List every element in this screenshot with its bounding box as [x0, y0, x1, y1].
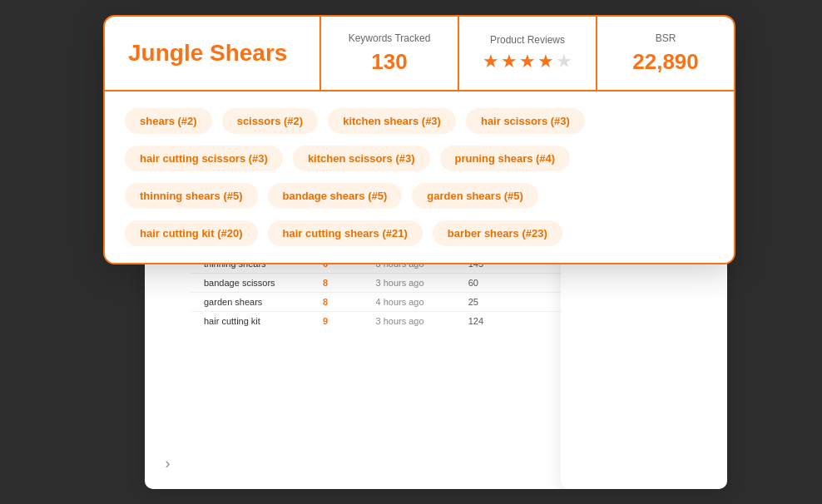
keyword-cell: garden shears — [204, 297, 323, 307]
table-row: hair cutting kit 9 3 hours ago 124 — [191, 312, 561, 330]
keywords-tracked-stat: Keywords Tracked 130 — [321, 17, 459, 90]
keyword-tag[interactable]: pruning shears (#4) — [440, 146, 571, 171]
table-row: bandage scissors 8 3 hours ago 60 — [191, 274, 561, 293]
keyword-cell: hair cutting kit — [204, 316, 323, 326]
keyword-tag[interactable]: thinning shears (#5) — [125, 183, 258, 209]
keyword-tag[interactable]: garden shears (#5) — [412, 183, 538, 209]
keyword-tag[interactable]: shears (#2) — [125, 108, 212, 134]
card-header: Jungle Shears Keywords Tracked 130 Produ… — [105, 17, 734, 91]
star-1: ★ — [483, 51, 499, 72]
last-checked-cell: 3 hours ago — [376, 278, 468, 288]
keywords-label: Keywords Tracked — [349, 32, 431, 44]
keyword-cell: bandage scissors — [204, 278, 323, 288]
keyword-tags-row: thinning shears (#5)bandage shears (#5)g… — [125, 183, 714, 209]
keyword-tag[interactable]: barber shears (#23) — [433, 220, 562, 246]
star-2: ★ — [501, 51, 517, 72]
sales-cell: 124 — [468, 316, 547, 326]
reviews-label: Product Reviews — [490, 34, 565, 46]
bsr-label: BSR — [656, 32, 676, 44]
star-5: ★ — [556, 51, 572, 72]
keyword-tags-row: hair cutting kit (#20)hair cutting shear… — [125, 220, 714, 246]
keyword-tags-row: shears (#2)scissors (#2)kitchen shears (… — [125, 108, 714, 134]
rank-cell: 8 — [323, 278, 376, 288]
keyword-tags-body: shears (#2)scissors (#2)kitchen shears (… — [105, 91, 734, 263]
keywords-value: 130 — [371, 49, 407, 75]
keyword-tag[interactable]: kitchen shears (#3) — [328, 108, 456, 134]
bsr-stat: BSR 22,890 — [597, 17, 734, 90]
rank-cell: 8 — [323, 297, 376, 307]
star-rating: ★ ★ ★ ★ ★ — [483, 51, 572, 72]
keyword-tag[interactable]: hair scissors (#3) — [466, 108, 585, 134]
last-checked-cell: 3 hours ago — [376, 316, 468, 326]
rank-cell: 9 — [323, 316, 376, 326]
keyword-tag[interactable]: hair cutting kit (#20) — [125, 220, 258, 246]
keyword-tag[interactable]: scissors (#2) — [222, 108, 319, 134]
keyword-tag[interactable]: kitchen scissors (#3) — [293, 146, 430, 171]
table-row: garden shears 8 4 hours ago 25 — [191, 293, 561, 312]
keyword-tag[interactable]: hair cutting shears (#21) — [268, 220, 423, 246]
chevron-right-icon[interactable]: › — [145, 455, 191, 472]
keyword-tag[interactable]: bandage shears (#5) — [268, 183, 403, 209]
product-title-section: Jungle Shears — [105, 17, 321, 90]
keyword-tag[interactable]: hair cutting scissors (#3) — [125, 146, 283, 171]
overlay-card: Jungle Shears Keywords Tracked 130 Produ… — [103, 15, 735, 264]
last-checked-cell: 4 hours ago — [376, 297, 468, 307]
tags-grid: shears (#2)scissors (#2)kitchen shears (… — [125, 108, 714, 246]
star-4: ★ — [537, 51, 554, 72]
product-reviews-stat: Product Reviews ★ ★ ★ ★ ★ — [459, 17, 597, 90]
bsr-value: 22,890 — [632, 49, 699, 75]
sales-cell: 25 — [468, 297, 547, 307]
sales-cell: 60 — [468, 278, 547, 288]
star-3: ★ — [519, 51, 536, 72]
keyword-tags-row: hair cutting scissors (#3)kitchen scisso… — [125, 146, 714, 171]
product-title: Jungle Shears — [128, 40, 287, 67]
